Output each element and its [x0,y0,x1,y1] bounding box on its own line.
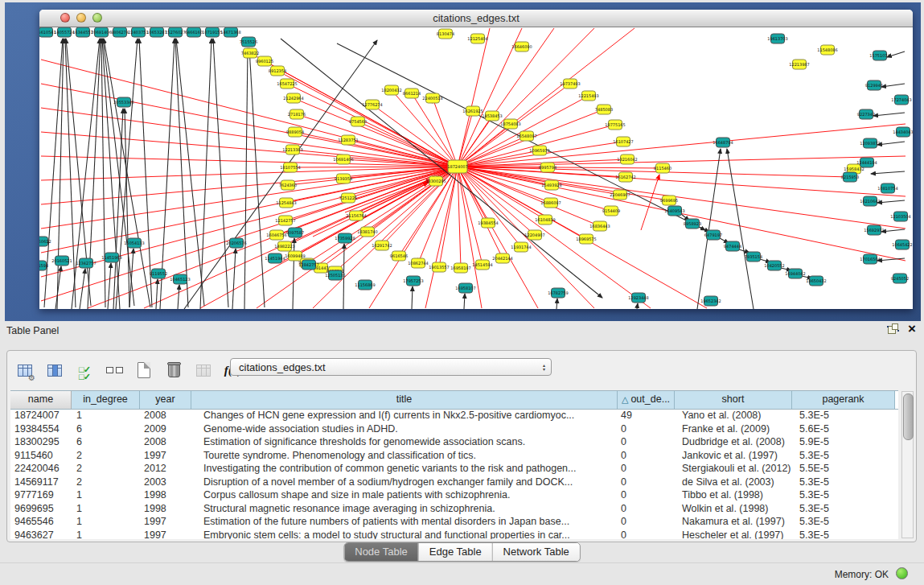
graph-node[interactable]: 21242964 [283,93,303,103]
zoom-button[interactable] [92,13,102,23]
graph-node[interactable]: 16958107 [455,283,475,293]
column-header-outde[interactable]: △ out_de... [618,391,675,409]
column-header-title[interactable]: title [191,391,618,409]
network-window-titlebar[interactable]: citations_edges.txt [39,10,913,27]
graph-node[interactable]: 16944042 [785,269,805,278]
graph-node[interactable]: 9154409 [602,206,620,216]
table-row[interactable]: 1830029562008Estimation of significance … [10,435,898,449]
memory-status-icon[interactable] [896,567,908,579]
graph-node[interactable]: 16210643 [860,196,880,206]
graph-node[interactable]: 9119552 [150,269,167,278]
graph-node[interactable]: 14055724 [54,27,74,37]
row-height-icon[interactable] [105,360,124,380]
graph-node[interactable]: 16261925 [462,106,483,116]
graph-node[interactable]: 17016504 [860,254,880,264]
graph-node[interactable]: 12776274 [362,100,382,109]
graph-node[interactable]: 20691406 [91,27,111,37]
delete-table-icon[interactable] [164,360,183,380]
graph-node[interactable]: 12125404 [467,34,487,43]
graph-node[interactable]: 11548086 [817,45,837,55]
graph-node[interactable]: 19737493 [560,79,580,89]
graph-node[interactable]: 16104839 [535,215,555,225]
graph-node[interactable]: 8215953 [841,172,859,182]
graph-node[interactable]: 9806274 [111,27,129,37]
graph-node[interactable]: 7515526 [240,37,257,47]
close-button[interactable] [60,13,70,23]
network-canvas[interactable]: 2561054114055724163445572069140698062742… [39,27,913,309]
graph-node[interactable]: 15692971 [864,225,884,235]
graph-node[interactable]: 16291742 [372,241,392,250]
graph-node[interactable]: 9699695 [660,196,678,205]
graph-node[interactable]: 15276027 [165,27,185,37]
graph-node[interactable]: 12103504 [890,212,910,221]
graph-node[interactable]: 8661214 [403,89,421,98]
table-row[interactable]: 2242004622012Investigating the contribut… [10,462,898,476]
graph-node[interactable]: 19652342 [700,296,721,306]
column-header-name[interactable]: name [10,391,72,409]
graph-node[interactable]: 7624360 [279,180,297,190]
graph-node[interactable]: 9139354 [335,174,352,183]
graph-node[interactable]: 10810754 [877,183,897,193]
graph-node[interactable]: 12213987 [789,60,809,69]
graph-node[interactable]: 10645422 [892,240,912,249]
graph-node[interactable]: 16782759 [548,288,568,298]
graph-node[interactable]: 17274043 [891,95,911,105]
graph-node[interactable]: 9245052 [891,274,909,283]
graph-node[interactable]: 8912354 [269,66,286,76]
table-row[interactable]: 946554611997Estimation of the future num… [10,515,898,529]
graph-node[interactable]: 10420552 [764,261,784,270]
graph-node[interactable]: 6466160 [185,27,203,37]
table-scrollbar-thumb[interactable] [903,393,914,440]
graph-node[interactable]: 17957253 [403,276,423,286]
graph-node[interactable]: 14671368 [220,27,240,37]
graph-node[interactable]: 16162742 [615,172,635,182]
tab-network-table[interactable]: Network Table [492,543,580,561]
graph-node[interactable]: 10653287 [146,27,166,37]
select-columns-checks-icon[interactable]: □✓□✓ [75,360,94,380]
table-row[interactable]: 946362711997Embryonic stem cells: a mode… [10,529,898,540]
graph-node[interactable]: 19384554 [478,218,498,228]
table-source-select[interactable]: citations_edges.txt ▴▾ [230,358,552,376]
graph-node[interactable]: 12213383 [282,145,302,154]
graph-node[interactable]: 10965973 [529,146,549,155]
minimize-button[interactable] [76,13,86,23]
graph-node[interactable]: 12093872 [860,138,880,148]
graph-node[interactable]: 9115460 [654,163,671,173]
graph-node[interactable]: 12142757 [275,216,295,225]
graph-node[interactable]: 7463822 [241,48,259,58]
graph-node[interactable]: 16107427 [613,137,633,146]
graph-node[interactable]: 12204907 [524,230,544,240]
table-row[interactable]: 1872400712008Changes of HCN gene express… [10,409,898,422]
graph-node[interactable]: 20160521 [51,256,72,266]
graph-node[interactable]: 22400518 [422,93,442,103]
float-panel-icon[interactable] [888,323,898,334]
new-table-icon[interactable] [134,360,154,380]
column-header-indegree[interactable]: in_degree [72,391,140,409]
graph-node[interactable]: 9227342 [857,109,875,119]
table-row[interactable]: 1938455462009Genome-wide association stu… [10,422,898,436]
graph-node[interactable]: 7485083 [595,105,613,114]
graph-node[interactable]: 10862744 [408,258,428,268]
graph-node[interactable]: 19013557 [429,262,449,272]
graph-node[interactable]: 11931744 [511,242,531,252]
graph-node[interactable]: 8130474 [437,29,454,39]
graph-node[interactable]: 8995794 [539,163,556,172]
graph-node[interactable]: 9754560 [349,117,367,126]
graph-node[interactable]: 20442144 [492,253,512,263]
table-settings-icon[interactable]: ⚙ [15,360,35,380]
graph-node[interactable]: 18775165 [605,120,625,130]
graph-node[interactable]: 9129946 [865,80,883,90]
graph-node[interactable]: 16344557 [72,27,92,37]
graph-node[interactable]: 22403751 [128,27,148,37]
table-column-select-icon[interactable] [45,360,64,380]
graph-node[interactable]: 11254843 [276,198,296,208]
network-graph[interactable]: 2561054114055724163445572069140698062742… [39,27,913,309]
graph-node[interactable]: 9616546 [390,251,408,261]
graph-node[interactable]: 14434043 [893,127,913,137]
graph-node[interactable]: 2718176 [288,109,306,119]
graph-node[interactable]: 9474444 [724,241,741,251]
graph-node[interactable]: 10719155 [202,27,222,37]
graph-node[interactable]: 7935154 [745,252,762,262]
table-row[interactable]: 1456911722003Disruption of a novel membe… [10,476,898,489]
tab-node-table[interactable]: Node Table [344,543,418,561]
